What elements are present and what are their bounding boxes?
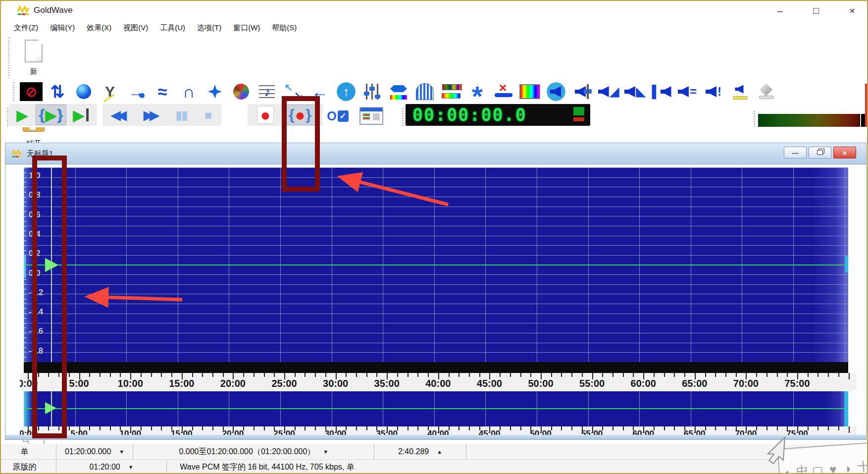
status-text: 单 — [20, 447, 28, 457]
doc-close-button[interactable]: × — [833, 147, 856, 158]
time-display: 00:00:00.0 — [406, 104, 590, 126]
speaker-exclamation-icon[interactable]: ! — [702, 81, 725, 102]
spark-icon[interactable]: * — [466, 81, 489, 102]
u-turn-arrow-icon[interactable]: ∩ — [177, 81, 200, 102]
play-button[interactable]: ▶ — [9, 105, 36, 125]
overlay-icon: ♥ — [826, 463, 840, 474]
menu-item[interactable]: 文件(Z) — [8, 22, 44, 34]
waves-icon[interactable]: ≈ — [151, 81, 174, 102]
fast-forward-button[interactable]: ▶▶ — [135, 105, 168, 125]
speaker-equal-icon[interactable]: = — [676, 81, 699, 102]
status-cell[interactable]: 0.000至01:20:00.000（01:20:00.000） ▼ — [133, 444, 374, 459]
time-axis-label: 75:00 — [775, 378, 819, 389]
menu-item[interactable]: 效果(X) — [81, 22, 117, 34]
stop-button[interactable]: ■ — [195, 105, 221, 125]
no-entry-icon[interactable]: ⊘ — [20, 82, 43, 101]
speaker-circle-icon[interactable] — [545, 81, 567, 102]
arrow-ball-icon[interactable]: → — [125, 81, 148, 102]
overlay-icon: ◖ — [780, 466, 794, 474]
time-axis-label: 60:00 — [621, 378, 665, 389]
menu-item[interactable]: 视图(V) — [117, 22, 154, 34]
rewind-button[interactable]: ◀◀ — [102, 105, 135, 125]
speaker-slider-icon[interactable] — [571, 81, 594, 102]
time-axis-label: 15:00 — [159, 378, 204, 389]
time-axis-label: 70:00 — [723, 378, 768, 389]
selection-left-marker[interactable] — [24, 255, 26, 278]
music-score-icon[interactable]: ♪ — [256, 81, 279, 102]
toolbar-label: 新 — [30, 66, 38, 76]
sliders-icon[interactable] — [361, 81, 384, 102]
sphere-icon[interactable] — [72, 81, 95, 102]
seek-group: ◀◀ ▶▶ ▮▮ ■ — [102, 104, 221, 126]
record-button[interactable]: ● — [248, 105, 283, 125]
document-titlebar[interactable]: 无标题1 — × — [5, 143, 866, 164]
time-axis-label: 35:00 — [364, 378, 409, 389]
control-window-button[interactable] — [356, 106, 387, 126]
menu-item[interactable]: 选项(T) — [191, 22, 227, 34]
play-selection-button[interactable]: ▶ — [36, 105, 66, 125]
check-icon: ✓ — [338, 110, 349, 122]
pipes-icon[interactable] — [413, 81, 436, 102]
spectrum-box-icon[interactable] — [440, 81, 462, 102]
overview-zero-line — [24, 408, 848, 409]
menu-item[interactable]: 窗口(W) — [227, 22, 266, 34]
time-axis-label: 45:00 — [467, 378, 511, 389]
speaker-link-icon[interactable] — [728, 81, 751, 102]
document-icon — [11, 149, 22, 158]
doc-restore-button[interactable] — [809, 147, 831, 158]
pause-button[interactable]: ▮▮ — [168, 105, 195, 125]
toolbar-grip[interactable] — [8, 38, 9, 78]
toolbar-grip[interactable] — [754, 111, 755, 128]
toolbar-grip[interactable] — [13, 82, 14, 101]
menu-item[interactable]: 工具(U) — [154, 22, 191, 34]
status-cell[interactable]: 2:40.289 ▲ — [374, 444, 466, 459]
close-button[interactable]: × — [840, 1, 864, 21]
waveform-view[interactable]: 1.00.80.60.40.20.0-0.2-0.4-0.6-0.8 — [24, 167, 848, 362]
monitor-check-button[interactable]: O ✓ — [324, 106, 352, 126]
minimize-button[interactable]: – — [768, 1, 792, 21]
status-cell[interactable]: 单 — [1, 444, 56, 459]
y-handle-icon[interactable]: Y — [99, 81, 121, 102]
status-dropdown-arrow[interactable]: ▼ — [128, 464, 134, 470]
overview-strip[interactable] — [24, 391, 848, 426]
status-dropdown-arrow[interactable]: ▼ — [323, 449, 328, 455]
pinwheel-icon[interactable] — [230, 81, 253, 102]
toolbar-grip[interactable] — [7, 108, 8, 127]
goldwave-window: GoldWave – □ × 文件(Z) 编辑(Y) 效果(X) 视图(V) 工… — [0, 0, 868, 474]
menu-item[interactable]: 编辑(Y) — [44, 22, 81, 34]
up-down-arrows-icon[interactable]: ⇅ — [46, 81, 69, 102]
hexagon-rainbow-icon[interactable] — [387, 81, 410, 102]
time-axis-label: 30:00 — [313, 378, 358, 389]
maximize-button[interactable]: □ — [804, 1, 828, 21]
rainbow-screen-icon[interactable] — [518, 81, 541, 102]
transport-toolbar: ▶ ▶ ▶ ◀◀ ▶▶ ▮▮ ■ ● ● O ✓ 00:00:00.0 — [1, 103, 867, 127]
star-icon[interactable] — [204, 81, 226, 102]
time-axis-label: 55:00 — [570, 378, 614, 389]
status-cell[interactable]: Wave PCM 签字的 16 bit, 44100 Hz, 705 kbps,… — [167, 460, 867, 474]
overlay-icon: ▢ — [811, 464, 824, 474]
diamond-link-icon[interactable] — [755, 81, 777, 102]
status-cell[interactable]: 01:20:00 ▼ — [56, 460, 167, 474]
goldwave-logo-icon — [17, 5, 30, 16]
monitor-window-icon — [359, 107, 383, 125]
doc-minimize-button[interactable]: — — [784, 147, 807, 158]
selection-right-marker[interactable] — [845, 256, 848, 272]
status-dropdown-arrow[interactable]: ▼ — [119, 449, 124, 455]
time-axis-label: 20:00 — [210, 378, 255, 389]
red-indicator — [573, 117, 584, 121]
speaker-bracket-icon[interactable]: ▌ — [650, 81, 672, 102]
status-dropdown-arrow[interactable]: ▲ — [437, 449, 442, 455]
circle-arrow-icon[interactable]: ↑ — [335, 81, 357, 102]
menu-item[interactable]: 帮助(S) — [266, 22, 303, 34]
toolbar-grip[interactable] — [402, 108, 404, 127]
overlay-icon: 十 — [857, 458, 868, 474]
new-button[interactable]: 新 — [11, 36, 56, 77]
plugs-x-icon[interactable]: × — [492, 81, 515, 102]
speaker-fade-out-icon[interactable]: ◣ — [623, 81, 646, 102]
status-cell[interactable]: 01:20:00.000 ▼ — [56, 444, 134, 459]
status-cell[interactable]: 原版的 — [1, 460, 56, 474]
overlay-icon: 中 — [796, 463, 809, 474]
document-window: 无标题1 — × 1.00.80.60.40.20.0-0.2-0.4-0.6-… — [5, 143, 867, 440]
play-to-end-button[interactable]: ▶ — [66, 105, 95, 125]
speaker-fade-in-icon[interactable]: ◢ — [597, 81, 620, 102]
